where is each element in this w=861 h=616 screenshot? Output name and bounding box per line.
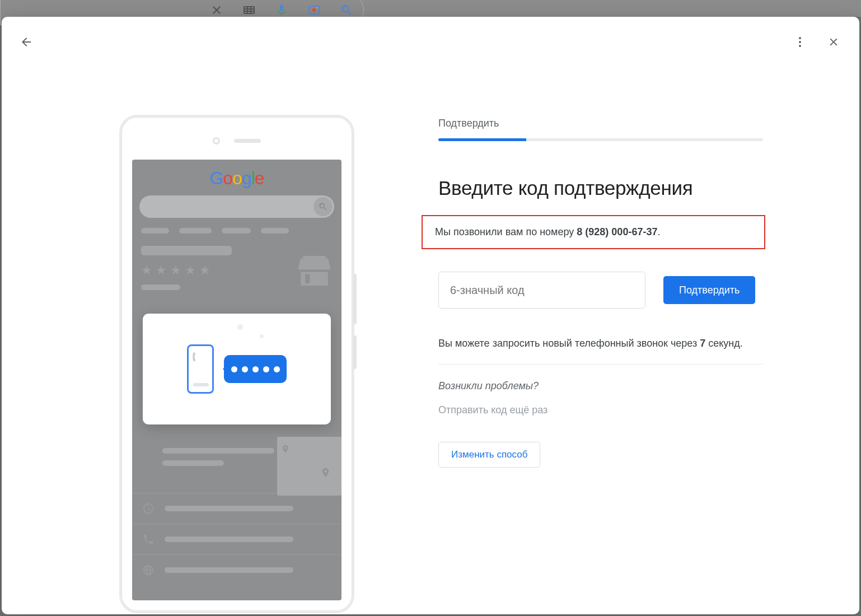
change-method-button[interactable]: Изменить способ [438,442,540,468]
progress-bar [438,138,763,141]
mock-searchbar [139,195,334,218]
code-bubble-icon [224,355,287,383]
verification-code-input[interactable] [438,272,645,309]
more-options-button[interactable] [787,29,813,55]
phone-illustration: Google ★★★★★ [119,115,354,613]
verification-dialog: Google ★★★★★ [2,17,859,614]
globe-icon [142,564,155,576]
phone-frame: Google ★★★★★ [119,115,354,613]
keyboard-icon [242,3,256,17]
arrow-left-icon [20,35,33,49]
svg-point-5 [799,45,801,47]
svg-point-3 [799,37,801,39]
problems-label: Возникли проблемы? [438,380,763,392]
background-toolbar [0,0,861,17]
resend-countdown: Вы можете запросить новый телефонный зво… [438,338,763,349]
kebab-icon [793,35,807,49]
verification-form: Подтвердить Введите код подтверждения Мы… [438,118,763,468]
step-label: Подтвердить [438,118,763,129]
back-button[interactable] [13,29,40,55]
close-icon [827,36,840,48]
svg-point-2 [316,7,318,8]
call-number: 8 (928) 000-67-37 [577,226,657,237]
google-logo: Google [132,168,341,189]
lens-icon [307,3,321,17]
phone-receiver-icon [192,352,201,374]
storefront-icon [296,254,333,290]
code-illustration-card [143,314,331,424]
magnifier-icon [313,197,333,216]
close-button[interactable] [820,29,847,55]
clock-icon [142,502,155,515]
divider [438,364,763,365]
search-icon [340,3,353,17]
dialog-header [2,17,859,67]
mic-icon [275,3,288,17]
phone-icon [142,533,155,545]
mini-phone-icon [187,344,214,394]
map-thumb-icon [277,437,341,496]
svg-point-4 [799,41,801,43]
call-prefix: Мы позвонили вам по номеру [435,226,577,237]
phone-screen: Google ★★★★★ [132,160,341,600]
call-suffix: . [657,226,660,237]
page-title: Введите код подтверждения [438,177,763,199]
resend-code-link[interactable]: Отправить код ещё раз [438,404,763,416]
confirm-button[interactable]: Подтвердить [663,276,755,304]
svg-point-1 [312,8,316,12]
clear-icon [210,3,223,17]
phone-number-callout: Мы позвонили вам по номеру 8 (928) 000-6… [422,215,765,249]
